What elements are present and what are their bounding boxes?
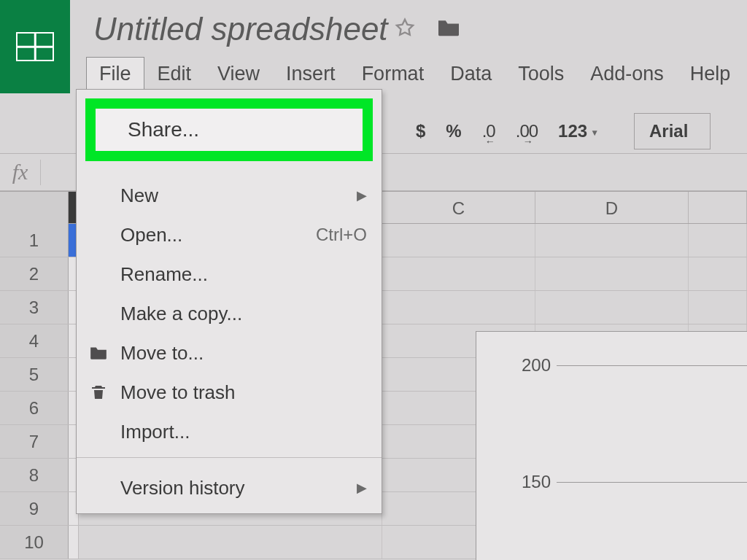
file-menu-make-copy[interactable]: Make a copy... (77, 294, 382, 333)
chevron-right-icon: ▶ (357, 480, 367, 496)
row-header[interactable]: 1 (0, 224, 69, 257)
chart-tick-label: 200 (492, 355, 551, 376)
toolbar: $ % .0 ← .00 → 123▼ Arial (409, 113, 711, 149)
menu-edit[interactable]: Edit (144, 57, 205, 91)
menu-item-label: Rename... (120, 263, 208, 286)
folder-icon (88, 343, 109, 362)
menu-insert[interactable]: Insert (273, 57, 349, 91)
menu-item-label: New (120, 184, 158, 207)
file-menu-open[interactable]: Open... Ctrl+O (77, 215, 382, 254)
select-all-corner[interactable] (0, 192, 69, 225)
row-header[interactable]: 7 (0, 425, 69, 458)
sheets-logo[interactable] (0, 0, 70, 93)
menu-data[interactable]: Data (437, 57, 505, 91)
menu-item-label: Open... (120, 224, 182, 246)
row-header[interactable]: 2 (0, 257, 69, 290)
number-format-label: 123 (558, 121, 587, 141)
file-menu-rename[interactable]: Rename... (77, 254, 382, 294)
chevron-right-icon: ▶ (357, 187, 367, 203)
row-header[interactable]: 3 (0, 291, 69, 324)
row-header[interactable]: 5 (0, 358, 69, 391)
file-menu-version-history[interactable]: Version history ▶ (77, 468, 382, 508)
decrease-decimal-button[interactable]: .0 ← (475, 118, 503, 144)
chevron-down-icon: ▼ (590, 128, 599, 138)
chart-tick-label: 150 (492, 472, 551, 492)
menu-file[interactable]: File (86, 57, 144, 91)
cell[interactable] (689, 291, 747, 324)
chart-gridline (557, 365, 747, 366)
file-menu-move-to[interactable]: Move to... (77, 333, 382, 373)
file-menu-move-to-trash[interactable]: Move to trash (77, 373, 382, 412)
cell-d1[interactable] (535, 224, 689, 257)
sheets-grid-icon (16, 32, 54, 61)
format-percent-button[interactable]: % (438, 118, 468, 144)
menu-help[interactable]: Help (677, 57, 744, 91)
file-menu-dropdown: Share... New ▶ Open... Ctrl+O Rename... … (76, 89, 382, 514)
menu-item-label: Move to trash (120, 381, 236, 404)
menu-tools[interactable]: Tools (505, 57, 577, 91)
row-header[interactable]: 4 (0, 324, 69, 357)
file-menu-share[interactable]: Share... (96, 109, 363, 151)
move-folder-icon[interactable] (436, 18, 461, 38)
cell[interactable] (79, 526, 382, 559)
increase-decimal-button[interactable]: .00 → (508, 118, 545, 144)
menubar: File Edit View Insert Format Data Tools … (86, 57, 743, 91)
cell[interactable] (382, 291, 535, 324)
cell-e2[interactable] (689, 257, 747, 290)
row-header[interactable]: 10 (0, 526, 69, 559)
arrow-right-icon: → (523, 136, 533, 147)
column-header-e[interactable] (689, 192, 747, 223)
cell[interactable] (535, 291, 689, 324)
column-header-d[interactable]: D (535, 192, 689, 223)
font-family-select[interactable]: Arial (634, 113, 711, 149)
cell-e1[interactable] (689, 224, 747, 257)
row-header[interactable]: 6 (0, 392, 69, 424)
cell-d2[interactable] (535, 257, 689, 290)
menu-item-label: Version history (120, 477, 245, 499)
menu-item-shortcut: Ctrl+O (316, 225, 367, 245)
file-menu-import[interactable]: Import... (77, 412, 382, 451)
file-menu-new[interactable]: New ▶ (77, 176, 382, 215)
number-format-button[interactable]: 123▼ (551, 118, 606, 144)
row-header[interactable]: 9 (0, 492, 69, 525)
column-header-c[interactable]: C (382, 192, 535, 223)
document-title[interactable]: Untitled spreadsheet (93, 11, 388, 47)
menu-separator (77, 457, 382, 458)
format-currency-button[interactable]: $ (409, 118, 433, 144)
star-icon[interactable] (393, 16, 417, 39)
tutorial-highlight: Share... (85, 98, 373, 161)
row-header[interactable]: 8 (0, 459, 69, 491)
fx-label: fx (0, 160, 40, 184)
cell-c1[interactable] (382, 224, 535, 257)
menu-item-label: Move to... (120, 342, 204, 365)
menu-addons[interactable]: Add-ons (577, 57, 677, 91)
arrow-left-icon: ← (485, 136, 495, 147)
cell-c2[interactable] (382, 257, 535, 290)
menu-item-label: Make a copy... (120, 303, 242, 325)
embedded-chart[interactable]: 200 150 (476, 331, 747, 560)
menu-view[interactable]: View (204, 57, 273, 91)
cell[interactable] (69, 526, 79, 559)
menu-item-label: Import... (120, 421, 190, 443)
menu-format[interactable]: Format (349, 57, 438, 91)
chart-gridline (557, 482, 747, 483)
menu-item-label: Share... (128, 118, 199, 141)
trash-icon (88, 383, 109, 402)
